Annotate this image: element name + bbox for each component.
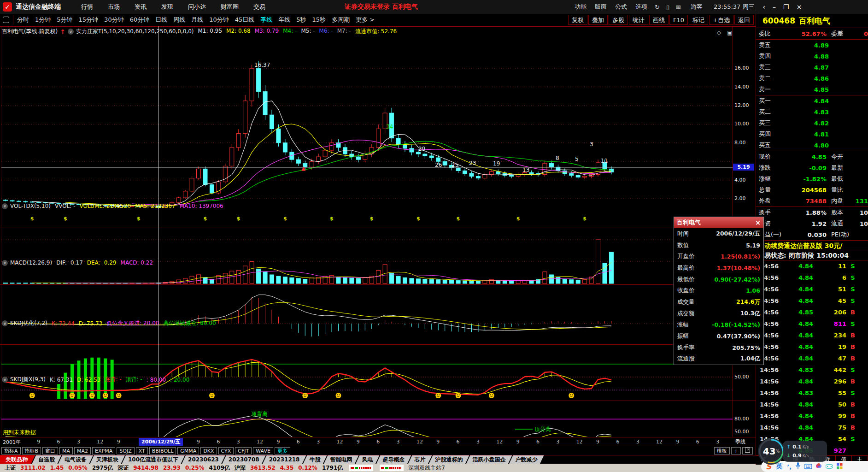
progress-circle[interactable]: 43 % [758, 438, 785, 465]
menu-3[interactable]: 发现 [161, 3, 173, 11]
volume-bar[interactable] [476, 281, 480, 283]
volume-bar[interactable] [410, 278, 414, 283]
period-tab-日线[interactable]: 日线 [155, 16, 167, 24]
candle-body[interactable] [330, 143, 334, 150]
candle-body[interactable] [250, 68, 254, 101]
indicator-tab-BBIBOLL[interactable]: BBIBOLL [149, 447, 176, 454]
category-tab-牛股[interactable]: 牛股 [303, 455, 327, 464]
candle-body[interactable] [463, 171, 467, 173]
toolbox-grid-icon[interactable] [837, 462, 843, 471]
volume-bar[interactable] [429, 279, 434, 283]
candle-body[interactable] [230, 148, 234, 166]
period-tab-30分钟[interactable]: 30分钟 [104, 16, 124, 24]
category-tab-户数减少[interactable]: 户数减少 [509, 455, 544, 464]
right-menu-1[interactable]: 版面 [595, 3, 607, 11]
category-tab-沪股通标的[interactable]: 沪股通标的 [428, 455, 469, 464]
user-badge[interactable]: 游客 [691, 3, 703, 11]
ad-banner[interactable]: 自动续费通达信普及版 30元/ [756, 240, 868, 250]
ask-row[interactable]: 卖四4.88 [756, 51, 868, 62]
volume-bar[interactable] [609, 252, 613, 283]
ask-row[interactable]: 卖二4.86 [756, 73, 868, 84]
pane-title[interactable]: MACD(12,26,9) [10, 260, 52, 266]
candle-body[interactable] [30, 202, 34, 202]
category-tab-20231218[interactable]: 20231218 [263, 455, 306, 464]
candle-body[interactable] [576, 176, 580, 177]
category-tab-风电[interactable]: 风电 [355, 455, 379, 464]
period-tab-分时[interactable]: 分时 [17, 16, 29, 24]
stock-title[interactable]: 600468 百利电气 [756, 14, 868, 28]
candle-body[interactable] [210, 185, 214, 193]
volume-bar[interactable] [569, 280, 574, 283]
period-tab-15分钟[interactable]: 15分钟 [79, 16, 99, 24]
tool-模板[interactable]: 模板 [714, 447, 730, 454]
category-tab-100亿流通市值以下[interactable]: 100亿流通市值以下 [122, 455, 185, 464]
bid-row[interactable]: 买三4.82 [756, 118, 868, 129]
chevron-down-icon[interactable]: ∨ [68, 29, 74, 35]
volume-bar[interactable] [396, 276, 400, 283]
candle-body[interactable] [257, 68, 261, 92]
candle-body[interactable] [4, 200, 8, 201]
right-menu-2[interactable]: 公式 [615, 3, 627, 11]
right-menu-3[interactable]: 选项 [635, 3, 647, 11]
candle-body[interactable] [376, 129, 381, 148]
refresh-icon[interactable]: ↻ [655, 4, 660, 11]
candle-body[interactable] [403, 145, 407, 148]
candle-body[interactable] [496, 171, 500, 173]
toolbar-button-标记[interactable]: 标记 [689, 15, 708, 25]
pane-title[interactable]: SKDJ优化(7,2) [10, 319, 47, 327]
category-tab-超导概念[interactable]: 超导概念 [376, 455, 411, 464]
minimize-button[interactable]: – [773, 3, 776, 11]
volume-bar[interactable] [303, 279, 307, 284]
toolbar-button-统计[interactable]: 统计 [629, 15, 648, 25]
volume-bar[interactable] [330, 276, 334, 283]
period-tab-年线[interactable]: 年线 [278, 16, 290, 24]
volume-bar[interactable] [556, 277, 560, 283]
volume-bar[interactable] [596, 240, 600, 283]
indicator-tab-SQJZ[interactable]: SQJZ [117, 447, 134, 454]
net-speed-widget[interactable]: 43 % ↑ 0.1 K/s ↓ 0.9 K/s [758, 438, 832, 468]
indicator-tab-MA2[interactable]: MA2 [74, 447, 91, 454]
candle-body[interactable] [410, 148, 414, 152]
menu-6[interactable]: 交易 [253, 3, 265, 11]
toolbar-button-多股[interactable]: 多股 [609, 15, 628, 25]
volume-bar[interactable] [543, 272, 547, 283]
volume-bar[interactable] [416, 279, 420, 283]
candle-body[interactable] [583, 177, 587, 177]
volume-bar[interactable] [230, 271, 234, 283]
volume-bar[interactable] [443, 280, 447, 283]
candle-body[interactable] [443, 161, 447, 165]
bid-row[interactable]: 买二4.83 [756, 106, 868, 118]
chevron-down-icon[interactable]: ∨ [2, 377, 8, 383]
bid-row[interactable]: 买一4.84 [756, 95, 868, 106]
candle-body[interactable] [350, 154, 354, 157]
candle-body[interactable] [436, 158, 440, 161]
volume-bar[interactable] [296, 278, 300, 283]
candle-info-popup[interactable]: 百利电气 × 时间2006/12/29/五数值5.19开盘价1.25(0.81%… [674, 217, 764, 365]
indicator-tab-WAVE[interactable]: WAVE [253, 447, 273, 454]
category-tab-天津板块[interactable]: 天津板块 [90, 455, 125, 464]
category-tab-电气设备[interactable]: 电气设备 [58, 455, 93, 464]
candle-body[interactable] [17, 201, 21, 201]
pane-title[interactable]: SKDJ新X(9,3) [10, 376, 46, 384]
toolbar-button-复权[interactable]: 复权 [568, 15, 587, 25]
menu-4[interactable]: 问小达 [188, 3, 206, 11]
volume-bar[interactable] [283, 277, 287, 283]
candle-body[interactable] [556, 167, 560, 171]
period-tab-周线[interactable]: 周线 [173, 16, 185, 24]
ask-row[interactable]: 卖五4.89 [756, 40, 868, 51]
indicator-tab-XT[interactable]: XT [136, 447, 148, 454]
back-button[interactable]: ‹ [763, 3, 766, 11]
candle-body[interactable] [429, 156, 434, 158]
indicator-formula[interactable]: 实力庄家T(5,10,20,30,60,120,250,60,0,0,0) [76, 28, 194, 35]
period-tab-45日线[interactable]: 45日线 [235, 16, 255, 24]
toolbar-button-叠加[interactable]: 叠加 [588, 15, 608, 25]
indicator-tab-CFJT[interactable]: CFJT [235, 447, 252, 454]
candle-body[interactable] [283, 143, 287, 152]
bid-row[interactable]: 买四4.81 [756, 129, 868, 140]
volume-bar[interactable] [583, 280, 587, 283]
candle-body[interactable] [236, 134, 240, 148]
toolbar-button-+自选[interactable]: +自选 [709, 15, 733, 25]
volume-bar[interactable] [23, 283, 28, 283]
candle-body[interactable] [356, 157, 360, 159]
category-tab-自选股[interactable]: 自选股 [32, 455, 61, 464]
